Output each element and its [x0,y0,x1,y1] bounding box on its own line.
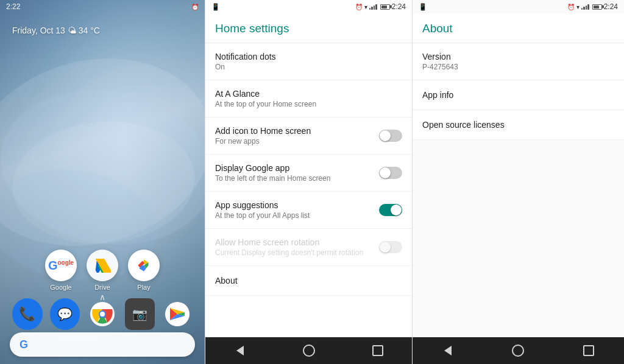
settings-status-right: ⏰ ▾ 2:24 [355,2,406,11]
google-label: Google [50,284,71,291]
home-weather-icon: 🌤 [68,26,76,35]
about-list: App info Open source licenses [413,80,624,140]
settings-at-a-glance[interactable]: At A Glance At the top of your Home scre… [205,80,412,117]
about-home-button[interactable] [506,338,530,363]
about-back-button[interactable] [436,338,460,363]
home-status-left: 2:22 [6,2,20,11]
google-app-icon: Google [45,250,77,281]
settings-notification-dots[interactable]: Notification dots On [205,43,412,80]
settings-signal-icon [369,4,377,10]
playstore-icon [164,301,191,327]
dock-camera[interactable]: 📷 [125,298,155,330]
settings-recent-button[interactable] [366,338,390,363]
settings-panel: 📱 ⏰ ▾ 2:24 Home settings Notification do… [205,0,412,364]
about-version-value: P-4275643 [422,63,614,71]
settings-phone-icon: 📱 [211,3,220,11]
drive-icon [94,258,111,273]
rotation-title: Allow Home screen rotation [215,237,379,247]
app-suggestions-toggle[interactable] [379,204,402,216]
rotation-toggle [379,241,402,253]
about-nav-bar [413,337,624,364]
list-item[interactable]: Play [128,250,160,291]
about-status-bar: 📱 ⏰ ▾ 2:24 [413,0,624,13]
settings-app-suggestions[interactable]: App suggestions At the top of your All A… [205,192,412,229]
at-a-glance-title: At A Glance [215,89,402,99]
settings-status-left: 📱 [211,3,220,11]
settings-rotation: Allow Home screen rotation Current Displ… [205,229,412,266]
settings-alarm-icon: ⏰ [355,4,363,10]
notification-dots-title: Notification dots [215,52,402,61]
about-app-info[interactable]: App info [413,80,624,110]
drive-label: Drive [94,284,110,291]
about-open-source[interactable]: Open source licenses [413,110,624,140]
home-date-widget: Friday, Oct 13 🌤 34 °C [0,13,205,35]
display-google-subtitle: To the left of the main Home screen [215,174,379,183]
about-signal-icon [581,4,589,10]
display-google-toggle-knob [380,167,391,178]
about-phone-icon: 📱 [419,3,427,11]
play-app-icon [128,250,160,281]
dock-playstore[interactable] [162,298,193,330]
about-battery-icon [592,4,602,10]
about-time: 2:24 [604,2,618,11]
home-date-text: Friday, Oct 13 🌤 34 °C [12,26,193,35]
display-google-toggle[interactable] [379,167,402,179]
settings-home-button[interactable] [297,338,321,363]
dock-phone[interactable]: 📞 [12,298,43,330]
add-icon-toggle[interactable] [379,130,402,142]
about-alarm-icon: ⏰ [567,4,575,10]
app-suggestions-title: App suggestions [215,200,379,210]
dock-chrome[interactable] [87,298,118,330]
settings-back-button[interactable] [228,338,252,363]
svg-point-3 [100,312,105,317]
home-status-right: ⏰ [191,4,199,10]
notification-dots-subtitle: On [215,63,402,71]
home-screen: 2:22 ⏰ Friday, Oct 13 🌤 34 °C Google Goo… [0,0,205,364]
about-recent-button[interactable] [576,338,601,363]
drive-app-icon [87,250,118,281]
list-item[interactable]: Drive [87,250,118,291]
about-version-section: Version P-4275643 [413,43,624,80]
google-g: G [20,338,28,351]
app-suggestions-toggle-knob [391,205,402,215]
rotation-toggle-knob [380,242,391,253]
settings-battery-icon [380,4,390,10]
settings-status-bar: 📱 ⏰ ▾ 2:24 [205,0,412,13]
add-icon-title: Add icon to Home screen [215,126,379,136]
about-panel: 📱 ⏰ ▾ 2:24 About Version P-4275643 App i… [412,0,624,364]
settings-about[interactable]: About [205,266,412,296]
app-suggestions-subtitle: At the top of your All Apps list [215,211,379,220]
list-item[interactable]: Google Google [45,250,77,291]
about-page-title: About [413,13,624,43]
add-icon-toggle-knob [380,130,391,141]
settings-add-icon[interactable]: Add icon to Home screen For new apps [205,117,412,155]
about-version-label: Version [422,52,614,61]
settings-nav-bar [205,337,412,364]
about-status-right: ⏰ ▾ 2:24 [567,2,618,11]
home-search-bar[interactable]: G [10,332,195,357]
home-app-icons: Google Google Drive [0,250,205,291]
add-icon-subtitle: For new apps [215,137,379,145]
play-label: Play [137,284,150,291]
home-dock: 📞 💬 📷 [0,295,205,334]
settings-time: 2:24 [392,2,406,11]
about-wifi-icon: ▾ [576,4,580,10]
settings-display-google[interactable]: Display Google app To the left of the ma… [205,155,412,192]
about-title-link: About [215,276,402,285]
home-time: 2:22 [6,2,20,11]
dock-messages[interactable]: 💬 [50,298,80,330]
chrome-icon [89,301,116,327]
settings-list: Notification dots On At A Glance At the … [205,43,412,337]
home-status-bar: 2:22 ⏰ [0,0,205,13]
alarm-icon: ⏰ [191,4,199,10]
display-google-title: Display Google app [215,163,379,173]
settings-wifi-icon: ▾ [364,4,367,10]
home-temp: 34 °C [79,26,100,35]
at-a-glance-subtitle: At the top of your Home screen [215,100,402,108]
play-icon [136,257,152,273]
about-status-left: 📱 [419,3,427,11]
settings-title: Home settings [205,13,412,43]
home-date: Friday, Oct 13 [12,26,65,35]
rotation-subtitle: Current Display setting doesn't permit r… [215,248,379,257]
